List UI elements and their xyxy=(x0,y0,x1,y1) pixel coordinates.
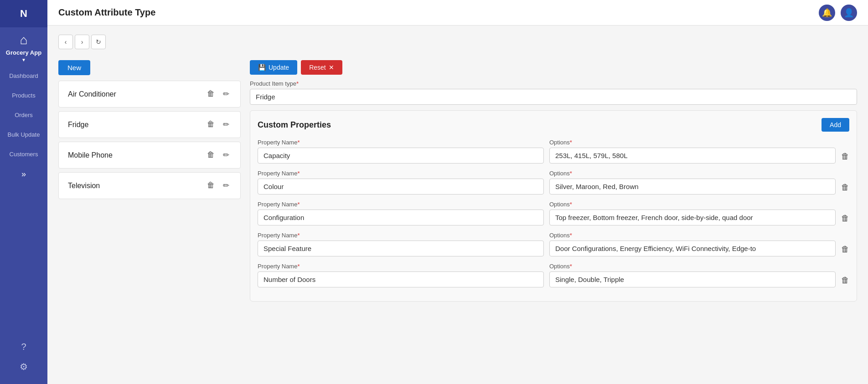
property-row-5: Property Name* Options* 🗑 xyxy=(258,263,849,287)
prop-options-input-1[interactable] xyxy=(549,148,836,164)
product-type-input[interactable] xyxy=(250,89,857,105)
edit-television-icon[interactable]: ✏ xyxy=(221,180,231,191)
prop-name-input-4[interactable] xyxy=(258,241,544,256)
property-row-2: Property Name* Options* 🗑 xyxy=(258,170,849,195)
delete-mobile-icon[interactable]: 🗑 xyxy=(205,149,217,161)
prop-name-label-1: Property Name* xyxy=(258,139,544,146)
delete-property-4-icon[interactable]: 🗑 xyxy=(841,232,849,254)
custom-properties-header: Custom Properties Add xyxy=(258,118,849,132)
list-item-actions: 🗑 ✏ xyxy=(205,180,231,191)
sidebar-app-label: Grocery App xyxy=(6,49,41,56)
prop-options-input-2[interactable] xyxy=(549,179,836,195)
new-btn-row: New xyxy=(58,60,241,75)
update-label: Update xyxy=(269,64,289,71)
property-row-3: Property Name* Options* 🗑 xyxy=(258,201,849,225)
prop-options-field-1: Options* xyxy=(549,139,836,164)
user-icon[interactable]: 👤 xyxy=(841,5,857,21)
prop-options-field-4: Options* xyxy=(549,232,836,256)
list-item-label: Mobile Phone xyxy=(68,151,113,159)
home-icon: ⌂ xyxy=(20,33,28,47)
settings-icon[interactable]: ⚙ xyxy=(15,357,32,377)
prop-options-input-4[interactable] xyxy=(549,241,836,256)
prop-name-input-2[interactable] xyxy=(258,179,544,195)
reset-label: Reset xyxy=(309,64,326,71)
sidebar-app-arrow: ▼ xyxy=(21,57,26,62)
help-icon[interactable]: ? xyxy=(16,337,31,357)
list-item-actions: 🗑 ✏ xyxy=(205,149,231,161)
prop-options-field-3: Options* xyxy=(549,201,836,225)
delete-air-conditioner-icon[interactable]: 🗑 xyxy=(205,88,217,100)
new-button[interactable]: New xyxy=(58,60,90,75)
list-item-label: Television xyxy=(68,182,100,190)
prop-options-label-5: Options* xyxy=(549,263,836,270)
content-area: ‹ › ↻ New Air Conditioner 🗑 ✏ Fridge xyxy=(47,26,868,384)
product-type-label: Product Item type* xyxy=(250,80,857,87)
list-panel: New Air Conditioner 🗑 ✏ Fridge 🗑 ✏ xyxy=(58,60,241,375)
prop-options-input-5[interactable] xyxy=(549,271,836,287)
list-item: Television 🗑 ✏ xyxy=(58,172,241,199)
reset-button[interactable]: Reset ✕ xyxy=(301,60,342,75)
prop-options-input-3[interactable] xyxy=(549,210,836,225)
prop-name-input-5[interactable] xyxy=(258,271,544,287)
update-icon: 💾 xyxy=(258,64,266,71)
nav-buttons: ‹ › ↻ xyxy=(58,35,857,49)
prop-name-field-1: Property Name* xyxy=(258,139,544,164)
sidebar-item-bulk-update[interactable]: Bulk Update xyxy=(0,125,47,144)
delete-property-1-icon[interactable]: 🗑 xyxy=(841,139,849,161)
property-row-1: Property Name* Options* 🗑 xyxy=(258,139,849,164)
prop-name-field-2: Property Name* xyxy=(258,170,544,195)
list-item: Fridge 🗑 ✏ xyxy=(58,111,241,138)
notification-icon[interactable]: 🔔 xyxy=(819,5,835,21)
product-type-field: Product Item type* xyxy=(250,80,857,105)
prop-name-label-3: Property Name* xyxy=(258,201,544,208)
main-content: Custom Attribute Type 🔔 👤 ‹ › ↻ New Air … xyxy=(47,0,868,384)
sidebar-item-customers[interactable]: Customers xyxy=(0,144,47,164)
edit-fridge-icon[interactable]: ✏ xyxy=(221,119,231,130)
list-item: Air Conditioner 🗑 ✏ xyxy=(58,81,241,108)
list-item-actions: 🗑 ✏ xyxy=(205,119,231,130)
body-layout: New Air Conditioner 🗑 ✏ Fridge 🗑 ✏ xyxy=(58,60,857,375)
delete-fridge-icon[interactable]: 🗑 xyxy=(205,119,217,130)
sidebar-item-orders[interactable]: Orders xyxy=(0,105,47,125)
list-item: Mobile Phone 🗑 ✏ xyxy=(58,142,241,169)
reset-icon: ✕ xyxy=(329,64,334,71)
prop-name-field-5: Property Name* xyxy=(258,263,544,287)
prop-options-label-2: Options* xyxy=(549,170,836,177)
prop-options-label-1: Options* xyxy=(549,139,836,146)
sidebar-item-products[interactable]: Products xyxy=(0,86,47,105)
nav-prev-button[interactable]: ‹ xyxy=(58,35,73,49)
expand-chevrons[interactable]: » xyxy=(16,164,31,184)
detail-panel: 💾 Update Reset ✕ Product Item type* xyxy=(250,60,857,375)
topbar-icons: 🔔 👤 xyxy=(819,5,857,21)
sidebar-nav: Dashboard Products Orders Bulk Update Cu… xyxy=(0,66,47,337)
prop-name-label-5: Property Name* xyxy=(258,263,544,270)
property-row-4: Property Name* Options* 🗑 xyxy=(258,232,849,256)
prop-options-field-5: Options* xyxy=(549,263,836,287)
prop-name-label-4: Property Name* xyxy=(258,232,544,239)
update-button[interactable]: 💾 Update xyxy=(250,60,297,75)
list-item-label: Air Conditioner xyxy=(68,90,116,98)
nav-next-button[interactable]: › xyxy=(75,35,89,49)
logo-letter: N xyxy=(20,8,27,20)
edit-air-conditioner-icon[interactable]: ✏ xyxy=(221,88,231,100)
topbar: Custom Attribute Type 🔔 👤 xyxy=(47,0,868,26)
sidebar-item-dashboard[interactable]: Dashboard xyxy=(0,66,47,86)
delete-property-5-icon[interactable]: 🗑 xyxy=(841,263,849,285)
detail-btn-row: 💾 Update Reset ✕ xyxy=(250,60,857,75)
prop-name-field-3: Property Name* xyxy=(258,201,544,225)
prop-name-input-1[interactable] xyxy=(258,148,544,164)
prop-name-input-3[interactable] xyxy=(258,210,544,225)
edit-mobile-icon[interactable]: ✏ xyxy=(221,149,231,161)
sidebar-app-section[interactable]: ⌂ Grocery App ▼ xyxy=(0,27,47,66)
page-title: Custom Attribute Type xyxy=(58,7,155,18)
add-property-button[interactable]: Add xyxy=(822,118,849,132)
prop-name-field-4: Property Name* xyxy=(258,232,544,256)
prop-options-field-2: Options* xyxy=(549,170,836,195)
prop-options-label-4: Options* xyxy=(549,232,836,239)
sidebar: N ⌂ Grocery App ▼ Dashboard Products Ord… xyxy=(0,0,47,384)
custom-properties-box: Custom Properties Add Property Name* Opt… xyxy=(250,110,857,302)
delete-property-3-icon[interactable]: 🗑 xyxy=(841,201,849,223)
delete-property-2-icon[interactable]: 🗑 xyxy=(841,170,849,192)
delete-television-icon[interactable]: 🗑 xyxy=(205,180,217,191)
nav-refresh-button[interactable]: ↻ xyxy=(91,35,106,49)
